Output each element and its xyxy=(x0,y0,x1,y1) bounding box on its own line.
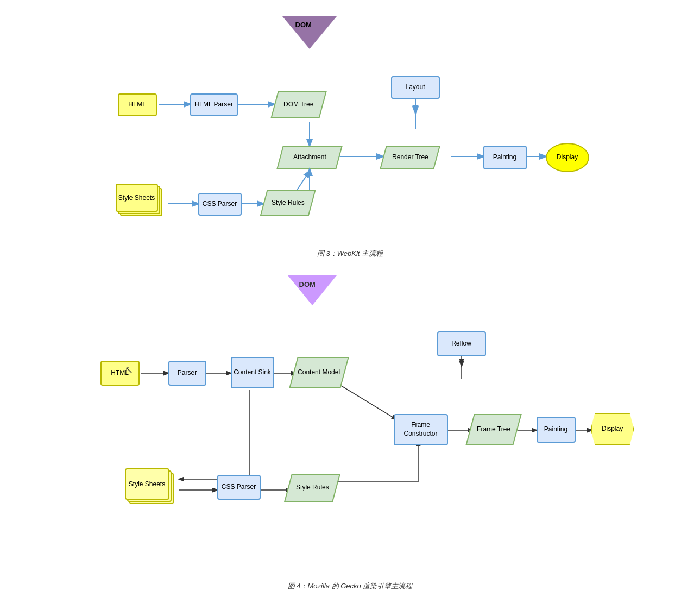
diagrams-container: DOM HTML HTML Parser DOM Tree Layout Att… xyxy=(22,11,678,600)
css-parser-node-2: CSS Parser xyxy=(217,475,261,500)
css-parser-node-1: CSS Parser xyxy=(198,193,242,216)
painting-node-1: Painting xyxy=(483,146,527,169)
html-node-2: HTML xyxy=(100,361,140,386)
content-model-node: Content Model xyxy=(289,357,349,388)
svg-line-15 xyxy=(334,381,396,419)
cursor-icon: ↖ xyxy=(125,364,133,376)
display-node-1: Display xyxy=(546,143,589,172)
webkit-diagram: DOM HTML HTML Parser DOM Tree Layout Att… xyxy=(106,11,595,244)
dom-label-1: DOM xyxy=(295,21,312,29)
caption-1: 图 3：WebKit 主流程 xyxy=(317,249,383,259)
dom-label-2: DOM xyxy=(299,280,316,288)
painting-node-2: Painting xyxy=(537,417,576,443)
caption-2: 图 4：Mozilla 的 Gecko 渲染引擎主流程 xyxy=(288,581,413,591)
gecko-diagram: DOM ↖ HTML Parser Content Sink Content M… xyxy=(92,273,608,577)
frame-constructor-node: Frame Constructor xyxy=(394,414,448,445)
extra-arrows-1 xyxy=(106,11,595,244)
gecko-arrows xyxy=(92,273,608,577)
frame-tree-node: Frame Tree xyxy=(465,414,522,445)
reflow-node: Reflow xyxy=(437,331,486,356)
dom-tree-node: DOM Tree xyxy=(270,91,326,118)
html-parser-node: HTML Parser xyxy=(190,93,238,116)
content-sink-node: Content Sink xyxy=(231,357,274,388)
attachment-node: Attachment xyxy=(276,146,343,169)
display-node-2: Display xyxy=(591,413,634,445)
style-rules-node-2: Style Rules xyxy=(284,474,340,502)
html-node-1: HTML xyxy=(118,93,157,116)
webkit-arrows xyxy=(106,11,595,244)
render-tree-node: Render Tree xyxy=(380,146,440,169)
layout-node: Layout xyxy=(391,76,440,99)
style-rules-node-1: Style Rules xyxy=(260,190,316,216)
parser-node: Parser xyxy=(168,361,206,386)
